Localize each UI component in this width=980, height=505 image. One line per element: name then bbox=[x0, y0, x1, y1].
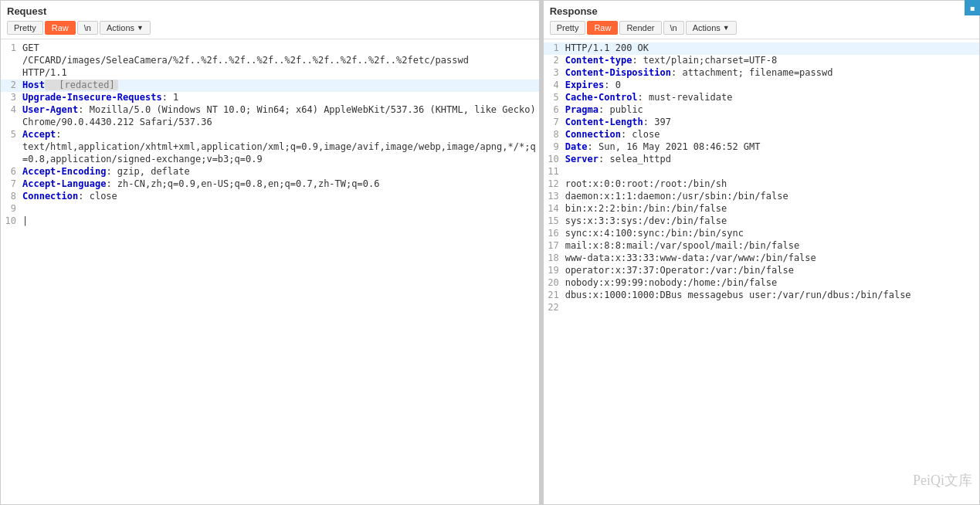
response-raw-button[interactable]: Raw bbox=[587, 21, 618, 35]
request-line-10: 10 | bbox=[1, 215, 539, 228]
response-line-14: 14 bin:x:2:2:bin:/bin:/bin/false bbox=[544, 203, 979, 215]
request-line-3: 3 Upgrade-Insecure-Requests: 1 bbox=[1, 92, 539, 104]
response-line-8: 8 Connection: close bbox=[544, 129, 979, 141]
response-line-10: 10 Server: selea_httpd bbox=[544, 154, 979, 166]
request-n-button[interactable]: \n bbox=[77, 21, 98, 35]
request-actions-button[interactable]: Actions ▼ bbox=[100, 21, 151, 35]
response-line-2: 2 Content-type: text/plain;charset=UTF-8 bbox=[544, 55, 979, 67]
response-line-12: 12 root:x:0:0:root:/root:/bin/sh bbox=[544, 178, 979, 191]
request-title: Request bbox=[7, 5, 533, 17]
request-line-5c: =0.8,application/signed-exchange;v=b3;q=… bbox=[1, 154, 539, 166]
response-line-17: 17 mail:x:8:8:mail:/var/spool/mail:/bin/… bbox=[544, 240, 979, 252]
response-actions-label: Actions bbox=[693, 23, 721, 32]
request-actions-label: Actions bbox=[107, 23, 134, 32]
request-header: Request Pretty Raw \n Actions ▼ bbox=[1, 1, 539, 39]
request-line-1: 1 GET bbox=[1, 42, 539, 55]
request-line-6: 6 Accept-Encoding: gzip, deflate bbox=[1, 166, 539, 178]
request-line-2: 2 Host [redacted] bbox=[1, 80, 539, 92]
response-line-16: 16 sync:x:4:100:sync:/bin:/bin/sync bbox=[544, 228, 979, 240]
request-content[interactable]: 1 GET /CFCARD/images/SeleaCamera/%2f..%2… bbox=[1, 39, 539, 504]
response-line-13: 13 daemon:x:1:1:daemon:/usr/sbin:/bin/fa… bbox=[544, 191, 979, 203]
response-line-4: 4 Expires: 0 bbox=[544, 80, 979, 92]
request-raw-button[interactable]: Raw bbox=[45, 21, 76, 35]
response-line-11: 11 bbox=[544, 166, 979, 178]
request-line-5: 5 Accept: bbox=[1, 129, 539, 141]
request-toolbar: Pretty Raw \n Actions ▼ bbox=[7, 21, 533, 39]
request-line-4: 4 User-Agent: Mozilla/5.0 (Windows NT 10… bbox=[1, 104, 539, 117]
response-content[interactable]: 1 HTTP/1.1 200 OK 2 Content-type: text/p… bbox=[544, 39, 979, 504]
request-line-9: 9 bbox=[1, 203, 539, 215]
response-render-button[interactable]: Render bbox=[619, 21, 661, 35]
response-line-20: 20 nobody:x:99:99:nobody:/home:/bin/fals… bbox=[544, 277, 979, 290]
response-n-button[interactable]: \n bbox=[663, 21, 684, 35]
response-line-18: 18 www-data:x:33:33:www-data:/var/www:/b… bbox=[544, 252, 979, 265]
response-line-21: 21 dbus:x:1000:1000:DBus messagebus user… bbox=[544, 290, 979, 302]
request-panel: Request Pretty Raw \n Actions ▼ 1 GET /C… bbox=[0, 0, 540, 505]
request-line-5b: text/html,application/xhtml+xml,applicat… bbox=[1, 141, 539, 154]
request-actions-chevron-icon: ▼ bbox=[137, 24, 144, 32]
response-line-22: 22 bbox=[544, 302, 979, 314]
request-pretty-button[interactable]: Pretty bbox=[7, 21, 43, 35]
request-url-line: /CFCARD/images/SeleaCamera/%2f..%2f..%2f… bbox=[1, 55, 539, 67]
request-line-4b: Chrome/90.0.4430.212 Safari/537.36 bbox=[1, 117, 539, 129]
response-line-6: 6 Pragma: public bbox=[544, 104, 979, 117]
response-actions-button[interactable]: Actions ▼ bbox=[686, 21, 737, 35]
response-line-7: 7 Content-Length: 397 bbox=[544, 117, 979, 129]
response-line-5: 5 Cache-Control: must-revalidate bbox=[544, 92, 979, 104]
response-line-1: 1 HTTP/1.1 200 OK bbox=[544, 42, 979, 55]
response-line-9: 9 Date: Sun, 16 May 2021 08:46:52 GMT bbox=[544, 141, 979, 154]
request-line-7: 7 Accept-Language: zh-CN,zh;q=0.9,en-US;… bbox=[1, 178, 539, 191]
response-panel: Response Pretty Raw Render \n Actions ▼ … bbox=[543, 0, 980, 505]
response-toolbar: Pretty Raw Render \n Actions ▼ bbox=[550, 21, 973, 39]
response-line-15: 15 sys:x:3:3:sys:/dev:/bin/false bbox=[544, 215, 979, 228]
response-actions-chevron-icon: ▼ bbox=[723, 24, 730, 32]
response-line-19: 19 operator:x:37:37:Operator:/var:/bin/f… bbox=[544, 265, 979, 277]
main-container: Request Pretty Raw \n Actions ▼ 1 GET /C… bbox=[0, 0, 980, 505]
response-title: Response bbox=[550, 5, 973, 17]
corner-icon: ◼ bbox=[965, 0, 980, 15]
request-line-8: 8 Connection: close bbox=[1, 191, 539, 203]
response-line-3: 3 Content-Disposition: attachment; filen… bbox=[544, 67, 979, 80]
response-pretty-button[interactable]: Pretty bbox=[550, 21, 586, 35]
request-http-line: HTTP/1.1 bbox=[1, 67, 539, 80]
response-header: Response Pretty Raw Render \n Actions ▼ bbox=[544, 1, 979, 39]
